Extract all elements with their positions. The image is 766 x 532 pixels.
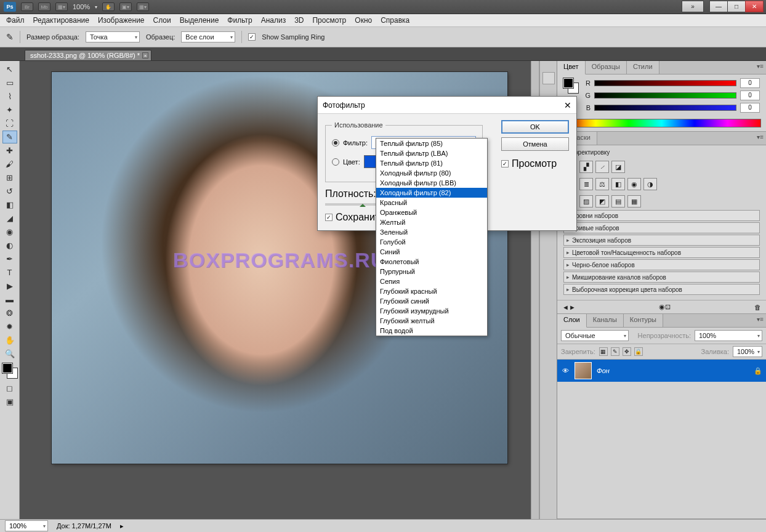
- zoom-field[interactable]: 100%: [5, 520, 48, 531]
- cancel-button[interactable]: Отмена: [501, 137, 569, 151]
- type-tool[interactable]: T: [2, 266, 17, 279]
- levels-icon[interactable]: ▞: [579, 161, 593, 173]
- ok-button[interactable]: OK: [501, 120, 569, 134]
- filter-option[interactable]: Сепия: [376, 276, 487, 286]
- preset-row[interactable]: Черно-белое наборов: [563, 259, 760, 270]
- filter-option[interactable]: Красный: [376, 198, 487, 208]
- menu-file[interactable]: Файл: [6, 16, 25, 25]
- adjustment-clip-icon[interactable]: ◉⊡: [659, 303, 671, 311]
- maximize-button[interactable]: □: [727, 1, 746, 12]
- tab-layers[interactable]: Слои: [557, 314, 587, 328]
- preset-row[interactable]: Микширование каналов наборов: [563, 272, 760, 283]
- marquee-tool[interactable]: ▭: [2, 76, 17, 89]
- filter-option[interactable]: Синий: [376, 247, 487, 257]
- hue-icon[interactable]: ≣: [579, 178, 593, 190]
- eyedropper-tool[interactable]: ✎: [2, 131, 17, 143]
- clone-stamp-tool[interactable]: ⊞: [2, 171, 17, 184]
- r-slider[interactable]: [594, 80, 736, 86]
- minimize-button[interactable]: —: [709, 1, 728, 12]
- foreground-color-swatch[interactable]: [2, 363, 12, 373]
- menu-filter[interactable]: Фильтр: [227, 16, 252, 25]
- g-slider[interactable]: [594, 92, 736, 99]
- tab-swatches[interactable]: Образцы: [586, 61, 627, 74]
- gradientmap-icon[interactable]: ▤: [611, 195, 625, 208]
- preset-row[interactable]: Цветовой тон/Насыщенность наборов: [563, 247, 760, 258]
- sample-size-dropdown[interactable]: Точка: [86, 31, 140, 42]
- dialog-close-icon[interactable]: ✕: [564, 100, 571, 110]
- gradient-tool[interactable]: ◢: [2, 212, 17, 225]
- doc-info-arrow-icon[interactable]: ▸: [120, 522, 124, 530]
- photofilter-icon[interactable]: ◉: [627, 178, 641, 190]
- filter-option[interactable]: Голубой: [376, 237, 487, 247]
- filter-option[interactable]: Под водой: [376, 326, 487, 336]
- filter-option[interactable]: Теплый фильтр (LBA): [376, 148, 487, 158]
- menu-analysis[interactable]: Анализ: [261, 16, 286, 25]
- visibility-icon[interactable]: 👁: [561, 366, 570, 375]
- filter-radio[interactable]: [332, 139, 339, 147]
- preset-row[interactable]: Кривые наборов: [563, 222, 760, 233]
- filter-option[interactable]: Желтый: [376, 217, 487, 227]
- menu-3d[interactable]: 3D: [294, 16, 304, 25]
- arrange-icon[interactable]: ▣▾: [119, 2, 132, 11]
- extras-icon[interactable]: ▦▾: [137, 2, 149, 11]
- adjustment-trash-icon[interactable]: 🗑: [754, 304, 761, 311]
- expand-button[interactable]: »: [682, 1, 704, 12]
- 3d-tool[interactable]: ❂: [2, 307, 17, 320]
- filter-option[interactable]: Глубокий синий: [376, 296, 487, 306]
- filter-option[interactable]: Зеленый: [376, 227, 487, 237]
- color-spectrum[interactable]: [562, 119, 761, 127]
- filter-option[interactable]: Теплый фильтр (85): [376, 139, 487, 148]
- lock-pixels-icon[interactable]: ▦: [599, 347, 608, 356]
- preview-checkbox[interactable]: ✓: [501, 160, 509, 167]
- document-tab[interactable]: sshot-2333.png @ 100% (RGB/8#) * ×: [25, 50, 151, 60]
- filter-option[interactable]: Пурпурный: [376, 267, 487, 276]
- menu-layers[interactable]: Слои: [153, 16, 171, 25]
- brush-tool[interactable]: 🖌: [2, 158, 17, 171]
- filter-option[interactable]: Глубокий желтый: [376, 316, 487, 326]
- filter-option[interactable]: Оранжевый: [376, 208, 487, 217]
- pen-tool[interactable]: ✒: [2, 252, 17, 265]
- shape-tool[interactable]: ▬: [2, 293, 17, 306]
- selective-icon[interactable]: ▦: [627, 195, 641, 208]
- minibridge-icon[interactable]: Mb: [38, 2, 50, 11]
- preserve-checkbox[interactable]: ✓: [325, 214, 333, 221]
- exposure-icon[interactable]: ◪: [611, 161, 625, 173]
- lock-brush-icon[interactable]: ✎: [611, 347, 619, 356]
- color-radio[interactable]: [332, 158, 339, 166]
- threshold-icon[interactable]: ◩: [595, 195, 609, 208]
- opacity-field[interactable]: 100%: [695, 330, 762, 341]
- filter-option[interactable]: Холодный фильтр (80): [376, 168, 487, 178]
- posterize-icon[interactable]: ▨: [579, 195, 593, 208]
- tab-paths[interactable]: Контуры: [624, 314, 663, 327]
- layer-thumbnail[interactable]: [574, 362, 592, 379]
- path-select-tool[interactable]: ▶: [2, 280, 17, 292]
- menu-select[interactable]: Выделение: [180, 16, 219, 25]
- b-value[interactable]: 0: [740, 103, 760, 113]
- g-value[interactable]: 0: [740, 91, 760, 100]
- magic-wand-tool[interactable]: ✦: [2, 103, 17, 116]
- color-swatches[interactable]: [2, 363, 17, 378]
- filter-option[interactable]: Фиолетовый: [376, 257, 487, 267]
- close-button[interactable]: ✕: [745, 1, 764, 12]
- tab-color[interactable]: Цвет: [557, 61, 586, 75]
- filter-option[interactable]: Холодный фильтр (82): [376, 188, 487, 198]
- color-panel-swatch[interactable]: [563, 78, 578, 93]
- close-document-icon[interactable]: ×: [142, 52, 148, 58]
- channelmixer-icon[interactable]: ◑: [643, 178, 657, 190]
- healing-brush-tool[interactable]: ✚: [2, 144, 17, 157]
- history-panel-icon[interactable]: [542, 72, 555, 84]
- tab-channels[interactable]: Каналы: [587, 314, 624, 327]
- panel-menu-icon[interactable]: ▾≡: [757, 134, 764, 140]
- adjustment-toggle-icon[interactable]: ◄►: [562, 304, 576, 311]
- panel-menu-icon[interactable]: ▾≡: [757, 316, 764, 323]
- lock-all-icon[interactable]: 🔒: [634, 347, 643, 356]
- tab-styles[interactable]: Стили: [627, 61, 659, 74]
- preset-row[interactable]: Экспозиция наборов: [563, 235, 760, 246]
- menu-image[interactable]: Изображение: [98, 16, 145, 25]
- fill-field[interactable]: 100%: [733, 346, 762, 357]
- 3d-camera-tool[interactable]: ✹: [2, 320, 17, 333]
- menu-view[interactable]: Просмотр: [312, 16, 346, 25]
- show-ring-checkbox[interactable]: ✓: [248, 33, 256, 41]
- dodge-tool[interactable]: ◐: [2, 239, 17, 252]
- quickmask-toggle[interactable]: ◻: [2, 382, 17, 395]
